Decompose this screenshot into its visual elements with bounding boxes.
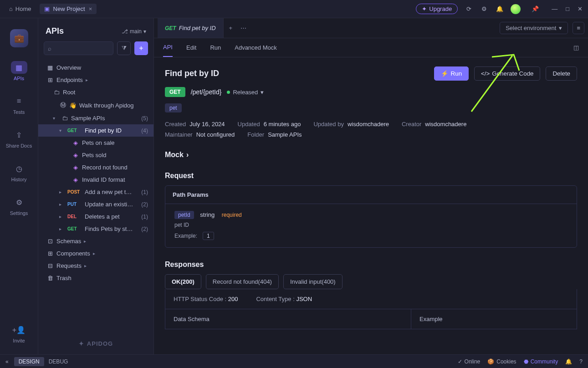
refresh-icon[interactable]: ⟳ [464, 5, 473, 12]
home-button[interactable]: ⌂ Home [5, 4, 35, 14]
mock-section-header[interactable]: Mock › [165, 151, 577, 159]
sub-tabs: API Edit Run Advanced Mock ◫ [154, 38, 588, 57]
maximize-icon[interactable]: □ [566, 5, 569, 12]
bell-footer-icon[interactable]: 🔔 [565, 358, 572, 365]
design-toggle[interactable]: DESIGN [14, 357, 44, 366]
request-section-header: Request [165, 172, 577, 180]
bell-icon[interactable]: 🔔 [495, 5, 504, 12]
split-view-icon[interactable]: ◫ [573, 44, 579, 51]
tree-count: (2) [141, 201, 148, 208]
left-rail: 💼 ▦ APIs ≡ Tests ⇪ Share Docs ◷ History … [0, 18, 38, 354]
method-del: DEL [67, 214, 82, 220]
delete-button[interactable]: Delete [546, 66, 577, 81]
environment-selector[interactable]: Select environment ▾ [500, 22, 568, 34]
path-params-box: Path Params petId string required pet ID… [165, 185, 577, 248]
close-icon[interactable]: × [89, 5, 92, 12]
more-icon[interactable]: ⋯ [240, 25, 246, 31]
requests-icon: ⊟ [46, 262, 54, 269]
status-badge[interactable]: Released ▾ [227, 89, 264, 96]
tag-chip[interactable]: pet [165, 103, 182, 112]
resp-tab-400[interactable]: Invalid input(400) [283, 274, 343, 289]
tree-count: (1) [141, 214, 148, 220]
chevron-down-icon: ▾ [53, 116, 58, 121]
subtab-api[interactable]: API [163, 38, 173, 57]
tree-trash[interactable]: 🗑 Trash [38, 272, 153, 284]
chevron-down-icon: ▾ [143, 28, 146, 35]
rail-apis[interactable]: ▦ APIs [0, 58, 38, 84]
response-tabs: OK(200) Record not found(404) Invalid in… [165, 274, 577, 289]
avatar[interactable] [511, 4, 521, 14]
online-status[interactable]: ✓Online [458, 358, 481, 365]
tree-root[interactable]: 🗀 Root [38, 86, 153, 98]
rail-history[interactable]: ◷ History [0, 159, 38, 185]
tree-find-pets[interactable]: ▸ GET Finds Pets by st… (2) [38, 223, 153, 235]
resp-tab-404[interactable]: Record not found(404) [206, 274, 279, 289]
collapse-icon[interactable]: « [5, 358, 9, 365]
meta-row: CreatedJuly 16, 2024 Updated6 minutes ag… [165, 121, 577, 128]
close-window-icon[interactable]: ✕ [578, 5, 583, 12]
tree-label: Endpoints [56, 77, 83, 83]
tree-delete-pet[interactable]: ▸ DEL Deletes a pet (1) [38, 210, 153, 223]
tab-current[interactable]: GET Find pet by ID [158, 18, 224, 38]
subtab-run[interactable]: Run [210, 38, 221, 57]
pin-icon[interactable]: 📌 [531, 5, 540, 12]
param-type: string [200, 211, 215, 218]
tree-mock-item[interactable]: ◈ Pets on sale [38, 137, 153, 149]
search-input[interactable]: ⌕ [44, 41, 113, 55]
sidebar: APIs ⎇ main ▾ ⌕ ⧩ + ▦ Overview ⊞ Endpoi [38, 18, 154, 354]
tree-requests[interactable]: ⊟ Requests ▸ [38, 260, 153, 272]
method-get: GET [67, 226, 82, 232]
subtab-edit[interactable]: Edit [186, 38, 196, 57]
wave-icon: 👋 [69, 102, 77, 109]
app-logo[interactable]: 💼 [10, 29, 28, 47]
tree-components[interactable]: ⊞ Components ▸ [38, 247, 153, 260]
tree-schemas[interactable]: ⊡ Schemas ▸ [38, 235, 153, 247]
upgrade-label: Upgrade [429, 5, 452, 12]
mock-icon: ◈ [72, 164, 79, 171]
components-icon: ⊞ [46, 250, 54, 257]
tree-sample-apis[interactable]: ▾ 🗀 Sample APIs (5) [38, 112, 153, 124]
cookies-button[interactable]: 🍪Cookies [487, 358, 516, 365]
tree-update-pet[interactable]: ▸ PUT Update an existi… (2) [38, 198, 153, 210]
tree-find-pet[interactable]: ▾ GET Find pet by ID (4) [38, 124, 153, 137]
tree-mock-item[interactable]: ◈ Invalid ID format [38, 174, 153, 186]
rail-tests[interactable]: ≡ Tests [0, 92, 38, 118]
debug-toggle[interactable]: DEBUG [44, 357, 73, 366]
schema-row: Data Schema Example [165, 309, 577, 329]
community-button[interactable]: ⬣Community [524, 358, 558, 365]
branch-selector[interactable]: ⎇ main ▾ [122, 28, 146, 35]
code-icon: </> [481, 70, 490, 77]
minimize-icon[interactable]: — [552, 5, 557, 12]
tree-endpoints[interactable]: ⊞ Endpoints ▸ [38, 74, 153, 86]
gear-icon[interactable]: ⚙ [480, 5, 489, 12]
project-tab[interactable]: ▣ New Project × [40, 4, 97, 14]
rail-share[interactable]: ⇪ Share Docs [0, 126, 38, 151]
help-icon[interactable]: ? [579, 358, 583, 365]
tree-count: (4) [141, 128, 148, 134]
filter-button[interactable]: ⧩ [117, 41, 131, 55]
tree-label: Find pet by ID [85, 127, 122, 134]
add-button[interactable]: + [134, 41, 148, 55]
settings-icon: ⚙ [11, 196, 27, 209]
tree-add-pet[interactable]: ▸ POST Add a new pet t… (1) [38, 186, 153, 198]
apis-icon: ▦ [11, 61, 27, 74]
param-required: required [222, 212, 242, 218]
chevron-down-icon: ▾ [559, 25, 562, 31]
resp-tab-ok[interactable]: OK(200) [165, 274, 201, 289]
run-button[interactable]: ⚡ Run [434, 66, 469, 81]
rail-invite[interactable]: +👤 Invite [0, 321, 38, 346]
tree-mock-item[interactable]: ◈ Record not found [38, 161, 153, 174]
method-pill: GET [165, 87, 185, 97]
cookie-icon: 🍪 [487, 358, 494, 365]
generate-code-button[interactable]: </> Generate Code [474, 66, 540, 81]
tree-overview[interactable]: ▦ Overview [38, 61, 153, 74]
menu-button[interactable]: ≡ [573, 22, 584, 34]
tree-mock-item[interactable]: ◈ Pets sold [38, 149, 153, 161]
rail-settings[interactable]: ⚙ Settings [0, 193, 38, 219]
tree-walkthrough[interactable]: Ⓜ 👋 Walk through Apidog [38, 98, 153, 112]
add-tab-icon[interactable]: + [229, 25, 233, 31]
subtab-mock[interactable]: Advanced Mock [235, 38, 277, 57]
upgrade-button[interactable]: ✦ Upgrade [416, 4, 458, 14]
tree-label: Trash [56, 275, 72, 281]
brand-label: APIDOG [87, 340, 113, 347]
